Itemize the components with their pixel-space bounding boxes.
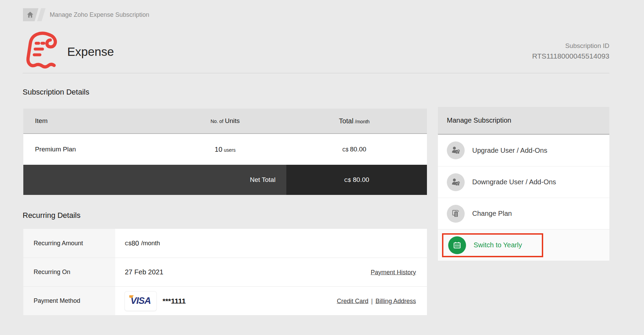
- upgrade-user-addons-label: Upgrade User / Add-Ons: [472, 147, 547, 154]
- col-total-label: Total: [339, 117, 353, 125]
- payment-method-value: VISA ***1111 Credit Card|Billing Address: [115, 287, 427, 315]
- col-units-prefix: No. of: [211, 119, 223, 124]
- change-plan-item[interactable]: Change Plan: [438, 198, 609, 229]
- net-total-amount-cell: C$ 80.00: [286, 165, 427, 195]
- breadcrumb: Manage Zoho Expense Subscription: [50, 11, 149, 18]
- change-plan-label: Change Plan: [472, 210, 512, 218]
- recurring-amount-value: C$80/month: [115, 229, 427, 258]
- billing-address-link[interactable]: Billing Address: [375, 297, 416, 304]
- documents-icon: [447, 205, 465, 223]
- table-row: Premium Plan 10 users C$ 80.00: [23, 134, 427, 165]
- recurring-on-value: 27 Feb 2021 Payment History: [115, 258, 427, 286]
- col-total-suffix: /month: [355, 119, 370, 124]
- col-total: Total /month: [282, 117, 427, 125]
- manage-subscription-panel: Manage Subscription Upgrade User / Add-O…: [438, 107, 609, 261]
- recurring-on-label: Recurring On: [23, 258, 115, 286]
- switch-to-yearly-label: Switch to Yearly: [474, 241, 522, 249]
- payment-method-row: Payment Method VISA ***1111 Credit Card|…: [23, 286, 427, 315]
- downgrade-user-addons-item[interactable]: Downgrade User / Add-Ons: [438, 166, 609, 198]
- breadcrumb-separator: [37, 8, 46, 21]
- payment-method-label: Payment Method: [23, 287, 115, 315]
- card-digits: ***1111: [163, 297, 186, 305]
- upgrade-user-addons-item[interactable]: Upgrade User / Add-Ons: [438, 135, 609, 166]
- links-separator: |: [371, 297, 373, 304]
- recurring-amount-row: Recurring Amount C$80/month: [23, 229, 427, 258]
- plan-name: Premium Plan: [23, 146, 169, 153]
- subscription-id-label: Subscription ID: [565, 42, 609, 50]
- switch-to-yearly-item[interactable]: Switch to Yearly: [438, 229, 609, 261]
- breadcrumb-home-button[interactable]: [23, 8, 38, 21]
- recurring-details-title: Recurring Details: [23, 211, 81, 220]
- payment-method-links: Credit Card|Billing Address: [337, 297, 416, 305]
- credit-card-link[interactable]: Credit Card: [337, 297, 368, 304]
- payment-history-link[interactable]: Payment History: [371, 269, 416, 276]
- home-icon: [26, 11, 34, 19]
- col-units-label: Units: [225, 117, 240, 124]
- manage-subscription-title: Manage Subscription: [438, 107, 609, 135]
- manage-subscription-page: Manage Zoho Expense Subscription Expense…: [0, 0, 644, 335]
- recurring-amount-label: Recurring Amount: [23, 229, 115, 258]
- page-title: Expense: [67, 45, 114, 59]
- subscription-details-title: Subscription Details: [23, 88, 89, 97]
- col-units: No. of Units: [169, 117, 282, 125]
- recurring-table: Recurring Amount C$80/month Recurring On…: [23, 229, 427, 315]
- subscription-table-header: Item No. of Units Total /month: [23, 109, 427, 134]
- zoho-expense-logo: [22, 29, 64, 71]
- subscription-id-value: RTS1118000045514093: [532, 52, 609, 60]
- calendar-icon: [448, 236, 466, 254]
- subscription-table: Item No. of Units Total /month Premium P…: [23, 109, 427, 195]
- switch-to-yearly-highlight-border: Switch to Yearly: [442, 233, 543, 257]
- net-total-row: Net Total C$ 80.00: [23, 165, 427, 195]
- net-total-label-cell: Net Total: [23, 165, 286, 195]
- recurring-on-row: Recurring On 27 Feb 2021 Payment History: [23, 258, 427, 286]
- user-downgrade-icon: [447, 173, 465, 191]
- col-item: Item: [23, 117, 169, 125]
- header-divider: [23, 73, 609, 73]
- visa-card-logo: VISA: [125, 291, 156, 311]
- downgrade-user-addons-label: Downgrade User / Add-Ons: [472, 178, 556, 186]
- plan-units: 10 users: [169, 146, 282, 153]
- plan-total: C$ 80.00: [282, 146, 427, 153]
- user-upgrade-icon: [447, 141, 465, 159]
